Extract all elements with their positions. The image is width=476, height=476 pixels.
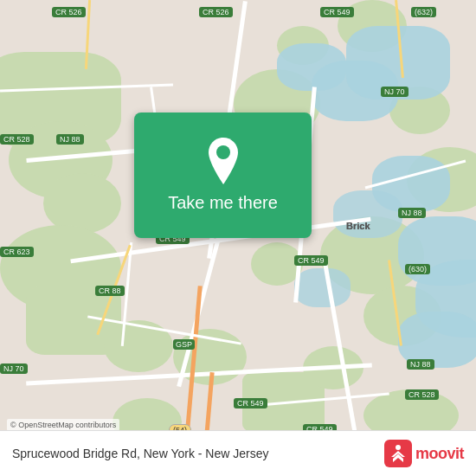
road-label-r630: (630) xyxy=(405,264,430,274)
road-label-nj88-3: NJ 88 xyxy=(398,208,426,218)
road-label-cr526-1: CR 526 xyxy=(52,7,86,17)
road-label-gsp: GSP xyxy=(173,339,195,350)
map-attribution: © OpenStreetMap contributors xyxy=(7,419,119,431)
road-label-nj70-3: NJ 88 xyxy=(407,359,434,370)
svg-point-2 xyxy=(396,445,401,450)
map-container: CR 526 CR 526 CR 549 (632) NJ 88 NJ 88 N… xyxy=(0,0,476,476)
road-label-nj88-1: NJ 88 xyxy=(56,134,84,145)
cta-button[interactable]: Take me there xyxy=(134,113,312,238)
moovit-logo: moovit xyxy=(384,440,464,467)
road-label-cr526-2: CR 526 xyxy=(199,7,233,17)
road-label-cr549-bot: CR 549 xyxy=(234,398,267,408)
moovit-icon xyxy=(384,440,412,467)
moovit-text: moovit xyxy=(415,445,464,463)
road-label-cr549-top: CR 549 xyxy=(320,7,354,17)
svg-point-0 xyxy=(216,145,230,159)
road-label-cr549-mid2: CR 549 xyxy=(294,255,328,266)
cta-label: Take me there xyxy=(168,193,278,213)
road-label-r632: (632) xyxy=(411,7,436,17)
road-label-cr88: CR 88 xyxy=(95,286,125,296)
road-label-nj70-2: NJ 70 xyxy=(0,363,28,374)
road-label-cr528-1: CR 528 xyxy=(0,134,34,145)
road-label-cr623: CR 623 xyxy=(0,247,34,257)
bottom-bar: Sprucewood Bridge Rd, New York - New Jer… xyxy=(0,430,476,476)
road-label-cr528-2: CR 528 xyxy=(405,389,439,400)
location-pin-icon xyxy=(204,138,242,184)
location-name: Sprucewood Bridge Rd, New York - New Jer… xyxy=(12,447,268,460)
road-label-nj70-1: NJ 70 xyxy=(381,87,408,97)
